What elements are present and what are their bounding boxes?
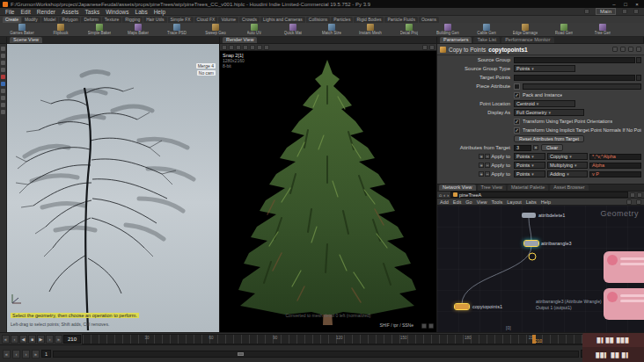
menu-help[interactable]: Help <box>154 9 165 15</box>
piece-attribute-checkbox[interactable] <box>514 83 520 90</box>
search-icon[interactable] <box>637 192 642 198</box>
select-tool-icon[interactable] <box>1 47 5 51</box>
shelf-tool[interactable]: Instant Mesh <box>352 24 389 35</box>
net-menu-tools[interactable]: Tools <box>491 199 502 205</box>
snapshot-icon[interactable] <box>236 45 241 50</box>
tab-network-view[interactable]: Network View <box>439 185 476 191</box>
range-slider-thumb[interactable] <box>238 352 244 356</box>
shelf-tool[interactable]: Simple Baker <box>81 24 118 35</box>
back-icon[interactable]: ‹ <box>443 192 445 198</box>
tab-scene-view[interactable]: Scene View <box>10 37 42 43</box>
group-picker-icon[interactable] <box>636 75 641 81</box>
apply-what-dropdown[interactable]: Points▾ <box>514 153 545 160</box>
net-menu-edit[interactable]: Edit <box>453 199 461 205</box>
tab-render-view[interactable]: Render View <box>223 37 257 43</box>
render-stop-icon[interactable] <box>229 45 234 50</box>
shelf-tab[interactable]: Hair Utils <box>143 17 166 23</box>
display-flags-icon[interactable] <box>636 199 641 205</box>
play-button[interactable]: ▶ <box>37 335 45 344</box>
pin-icon[interactable] <box>630 192 635 198</box>
point-location-dropdown[interactable]: Centroid ▾ <box>514 100 575 107</box>
desktop-selector[interactable]: Main <box>596 8 616 15</box>
menu-tasks[interactable]: Tasks <box>85 9 100 15</box>
shelf-tool[interactable]: Edge Damage <box>507 24 544 35</box>
shelf-tool[interactable]: Games Baker <box>4 24 40 35</box>
apply-how-dropdown[interactable]: Adding▾ <box>547 170 588 177</box>
net-menu-go[interactable]: Go <box>465 199 472 205</box>
shelf-tab[interactable]: Oceans <box>419 17 439 23</box>
clear-button[interactable]: Clear <box>541 144 563 151</box>
shelf-tab[interactable]: Particle Fluids <box>384 17 417 23</box>
xform-implicit-checkbox[interactable]: ✓ <box>514 127 520 134</box>
menu-render[interactable]: Render <box>37 9 55 15</box>
step-back-button[interactable]: ‹ <box>12 350 20 358</box>
next-keyframe-button[interactable]: › <box>46 335 54 344</box>
net-menu-add[interactable]: Add <box>440 199 449 205</box>
range-start-button[interactable]: « <box>3 350 11 358</box>
help-icon[interactable] <box>633 9 639 14</box>
playback-start-field[interactable]: 1 <box>41 350 51 358</box>
network-path-field[interactable]: pineTreeA <box>450 192 628 198</box>
channel-icon[interactable] <box>264 45 269 50</box>
lock-icon[interactable] <box>620 47 626 52</box>
shelf-tab[interactable]: Crowds <box>239 17 260 23</box>
shelf-tool[interactable]: Building Gen <box>429 24 466 35</box>
range-slider[interactable] <box>53 351 579 358</box>
net-menu-layout[interactable]: Layout <box>507 199 522 205</box>
apply-attrs-input[interactable]: v P <box>589 171 641 177</box>
shelf-tab[interactable]: Create <box>3 17 21 23</box>
menu-windows[interactable]: Windows <box>106 9 128 15</box>
next-snapshot-icon[interactable] <box>250 45 255 50</box>
pack-checkbox[interactable]: ✓ <box>514 92 520 98</box>
multiparm-remove-icon[interactable]: − <box>485 171 490 177</box>
shelf-tool[interactable]: Maps Baker <box>120 24 157 35</box>
jump-end-button[interactable]: » <box>55 335 62 344</box>
snap-tool-icon[interactable] <box>1 75 5 79</box>
camera-lock-icon[interactable] <box>1 110 5 114</box>
move-tool-icon[interactable] <box>1 54 5 58</box>
gamma-icon[interactable] <box>257 45 262 50</box>
shelf-tab[interactable]: Lights and Cameras <box>260 17 305 23</box>
apply-how-dropdown[interactable]: Multiplying▾ <box>547 162 588 169</box>
shelf-tool[interactable]: Trace PSD <box>158 24 195 35</box>
shelf-tab[interactable]: Modify <box>22 17 40 23</box>
shelf-tab[interactable]: Deform <box>81 17 100 23</box>
shelf-tool[interactable]: Quick Mat <box>274 24 311 35</box>
display-options-icon[interactable] <box>1 96 5 100</box>
step-forward-button[interactable]: › <box>22 350 30 358</box>
shelf-tool[interactable]: Match Size <box>313 24 350 35</box>
shelf-tab[interactable]: Rigid Bodies <box>354 17 384 23</box>
range-end-button[interactable]: » <box>32 350 40 358</box>
shelf-tab[interactable]: Particles <box>331 17 353 23</box>
network-canvas[interactable]: Geometry attribdelete1 attribwrangle3 co… <box>437 206 644 332</box>
handles-tool-icon[interactable] <box>1 89 5 93</box>
display-as-dropdown[interactable]: Full Geometry ▾ <box>514 109 584 116</box>
help-icon[interactable] <box>636 47 641 52</box>
shelf-tab[interactable]: Rigging <box>122 17 143 23</box>
menu-assets[interactable]: Assets <box>62 9 79 15</box>
net-menu-help[interactable]: Help <box>541 199 551 205</box>
shelf-tab[interactable]: Volume <box>218 17 238 23</box>
layout-icon[interactable] <box>622 9 627 14</box>
pin-icon[interactable] <box>612 47 618 52</box>
forward-icon[interactable]: › <box>447 192 449 198</box>
group-picker-icon[interactable] <box>636 57 641 63</box>
prev-snapshot-icon[interactable] <box>243 45 248 50</box>
multiparm-remove-icon[interactable]: − <box>485 154 490 159</box>
node-attribwrangle3[interactable] <box>524 241 538 246</box>
net-menu-labs[interactable]: Labs <box>526 199 537 205</box>
apply-how-dropdown[interactable]: Copying▾ <box>547 153 588 160</box>
hud-zoom-icon[interactable] <box>421 323 427 329</box>
shelf-tool[interactable]: Auto UV <box>236 24 273 35</box>
remove-all-icon[interactable]: × <box>533 145 538 150</box>
current-frame-field[interactable]: 210 <box>63 335 81 344</box>
shelf-tab[interactable]: Collisions <box>306 17 330 23</box>
tab-performance-monitor[interactable]: Performance Monitor <box>501 37 553 43</box>
apply-what-dropdown[interactable]: Points▾ <box>514 162 545 169</box>
source-group-input[interactable] <box>514 57 635 63</box>
shelf-tool[interactable]: Cable Gen <box>468 24 505 35</box>
menu-edit[interactable]: Edit <box>20 9 30 15</box>
snap-grid-icon[interactable] <box>626 199 632 205</box>
attribs-count-input[interactable]: 3 <box>514 145 531 151</box>
apply-what-dropdown[interactable]: Points▾ <box>514 170 545 177</box>
